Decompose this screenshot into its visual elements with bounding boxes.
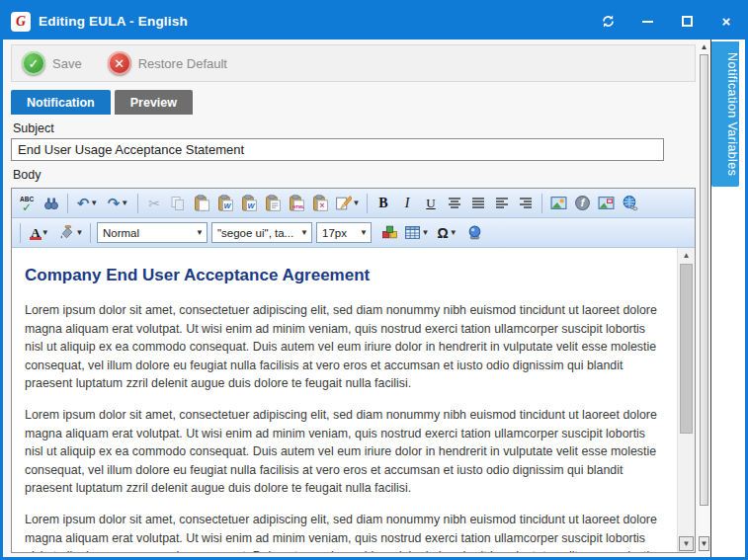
toolbar-separator <box>137 194 138 213</box>
restore-default-label: Restore Default <box>138 56 227 71</box>
minimize-icon[interactable] <box>638 13 656 31</box>
insert-table-icon[interactable]: ▼ <box>401 222 432 244</box>
panel-scrollbar[interactable]: ▲ ▼ <box>698 40 711 557</box>
special-character-icon[interactable]: Ω▼ <box>432 222 462 244</box>
subject-label: Subject <box>13 121 694 135</box>
save-button[interactable]: ✓ Save <box>22 51 82 75</box>
rich-text-editor: ABC✓↶▼↷▼✂WWHTML×▼BIUf A▼▼ Normal▼ "segoe… <box>11 188 696 553</box>
paste-from-word-strip-font-icon[interactable]: W <box>237 193 261 214</box>
hyperlink-icon[interactable] <box>618 193 641 214</box>
align-left-icon[interactable] <box>490 193 514 214</box>
chevron-down-icon: ▼ <box>76 228 84 237</box>
notification-variables-tab[interactable]: Notification Variables <box>711 41 739 187</box>
chevron-down-icon: ▼ <box>121 199 128 207</box>
insert-object-icon[interactable] <box>462 222 486 244</box>
italic-icon[interactable]: I <box>395 193 419 214</box>
paragraph-style-select[interactable]: Normal▼ <box>97 222 208 243</box>
scroll-up-icon[interactable]: ▲ <box>698 42 710 51</box>
font-color-icon[interactable]: A▼ <box>25 222 55 244</box>
align-center-icon[interactable] <box>443 193 466 214</box>
subject-input[interactable] <box>11 138 664 161</box>
toolbar-separator <box>367 194 368 213</box>
save-label: Save <box>52 56 82 71</box>
action-toolbar: ✓ Save ✕ Restore Default <box>11 44 696 82</box>
copy-icon <box>166 193 190 214</box>
title-bar: G Editing EULA - English × <box>3 3 745 40</box>
spellcheck-icon[interactable]: ABC✓ <box>16 193 40 214</box>
fill-color-icon[interactable]: ▼ <box>55 222 86 244</box>
font-size-select[interactable]: 17px▼ <box>316 222 372 243</box>
svg-text:×: × <box>319 200 324 210</box>
chevron-down-icon: ▼ <box>300 228 308 237</box>
undo-icon[interactable]: ↶▼ <box>72 193 103 214</box>
editor-scrollbar[interactable]: ▲ ▼ <box>677 248 695 552</box>
refresh-icon[interactable] <box>599 13 617 31</box>
format-stripper-icon[interactable]: ▼ <box>332 193 363 214</box>
document-heading: Company End User Acceptance Agreement <box>25 266 663 285</box>
paste-from-word-icon[interactable]: W <box>213 193 237 214</box>
chevron-down-icon: ▼ <box>422 228 430 237</box>
editor-document[interactable]: Company End User Acceptance Agreement Lo… <box>12 248 675 552</box>
svg-text:W: W <box>247 201 255 210</box>
editor-paragraph: Lorem ipsum dolor sit amet, consectetuer… <box>25 301 663 393</box>
scroll-down-icon[interactable]: ▼ <box>699 536 709 551</box>
tab-notification[interactable]: Notification <box>11 90 111 115</box>
restore-x-icon: ✕ <box>108 51 131 75</box>
paste-icon[interactable] <box>190 193 213 214</box>
color-picker-icon[interactable] <box>377 222 401 244</box>
align-right-icon[interactable] <box>514 193 538 214</box>
svg-text:W: W <box>223 201 231 210</box>
insert-image-icon[interactable] <box>546 193 570 214</box>
scroll-down-icon[interactable]: ▼ <box>679 536 694 551</box>
close-icon[interactable]: × <box>717 13 735 31</box>
toolbar-separator <box>20 223 21 243</box>
window-title: Editing EULA - English <box>39 14 188 29</box>
paste-special-icon[interactable]: × <box>308 193 332 214</box>
chevron-down-icon: ▼ <box>360 228 368 237</box>
svg-text:HTML: HTML <box>292 204 304 209</box>
app-icon: G <box>11 12 31 32</box>
side-panel: Notification Variables <box>711 40 745 557</box>
toolbar-separator <box>67 194 68 213</box>
chevron-down-icon: ▼ <box>450 228 457 237</box>
tab-strip: Notification Preview <box>11 90 696 115</box>
cut-icon: ✂ <box>142 193 166 214</box>
editor-scrollbar-thumb[interactable] <box>680 264 693 434</box>
save-check-icon: ✓ <box>22 51 45 75</box>
justify-icon[interactable] <box>466 193 490 214</box>
paste-plain-text-icon[interactable] <box>261 193 285 214</box>
paste-as-html-icon[interactable]: HTML <box>285 193 308 214</box>
panel-scrollbar-thumb[interactable] <box>700 54 708 506</box>
toolbar-separator <box>90 223 91 243</box>
body-label: Body <box>13 168 694 182</box>
chevron-down-icon: ▼ <box>42 228 49 237</box>
editor-toolbar-row1: ABC✓↶▼↷▼✂WWHTML×▼BIUf <box>12 189 695 218</box>
editor-toolbar-row2: A▼▼ Normal▼ "segoe ui", ta...▼ 17px▼ ▼Ω▼ <box>12 218 695 248</box>
tab-preview[interactable]: Preview <box>115 90 193 115</box>
editor-content-area: Company End User Acceptance Agreement Lo… <box>12 248 695 552</box>
chevron-down-icon: ▼ <box>90 199 98 207</box>
chevron-down-icon: ▼ <box>353 199 361 207</box>
maximize-icon[interactable] <box>678 13 696 31</box>
redo-icon[interactable]: ↷▼ <box>103 193 133 214</box>
image-map-icon[interactable] <box>594 193 618 214</box>
underline-icon[interactable]: U <box>419 193 443 214</box>
bold-icon[interactable]: B <box>372 193 395 214</box>
restore-default-button[interactable]: ✕ Restore Default <box>108 51 227 75</box>
toolbar-separator <box>541 194 542 213</box>
font-name-select[interactable]: "segoe ui", ta...▼ <box>211 222 312 243</box>
dialog-window: G Editing EULA - English × ✓ Save <box>0 0 748 560</box>
chevron-down-icon: ▼ <box>196 228 204 237</box>
find-icon[interactable] <box>40 193 63 214</box>
scroll-up-icon[interactable]: ▲ <box>679 248 694 262</box>
editor-paragraph: Lorem ipsum dolor sit amet, consectetuer… <box>25 406 663 498</box>
editor-paragraph: Lorem ipsum dolor sit amet, consectetuer… <box>25 511 663 552</box>
flash-manager-icon[interactable]: f <box>570 193 594 214</box>
